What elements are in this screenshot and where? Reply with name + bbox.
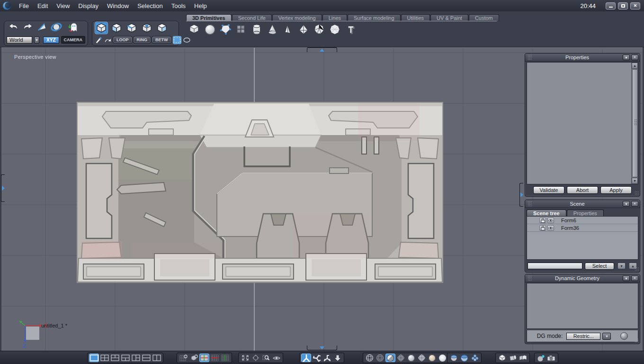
- cylinder-primitive-button[interactable]: [250, 22, 264, 36]
- scene-item-form36[interactable]: Form36: [527, 224, 638, 232]
- abort-button[interactable]: Abort: [567, 186, 598, 194]
- scene-item-form6[interactable]: Form6: [527, 217, 638, 224]
- layout-rows-button[interactable]: [141, 354, 151, 362]
- show-box-button[interactable]: [497, 354, 507, 362]
- tab-3d-primitives[interactable]: 3D Primitives: [186, 14, 232, 21]
- dg-menu-button[interactable]: ▼: [623, 275, 630, 281]
- paint-select-icon[interactable]: [95, 36, 102, 44]
- menu-display[interactable]: Display: [74, 2, 103, 9]
- tab-scene-properties[interactable]: Properties: [567, 209, 604, 216]
- drag-handle-icon[interactable]: [528, 201, 532, 207]
- layout-columns-button[interactable]: [152, 354, 161, 362]
- resize-grip-icon[interactable]: [635, 191, 639, 195]
- menu-help[interactable]: Help: [190, 2, 211, 9]
- collapse-handle-left[interactable]: [1, 174, 5, 202]
- tab-scene-tree[interactable]: Scene tree: [527, 209, 566, 216]
- drag-handle-icon[interactable]: [528, 275, 532, 281]
- diamond-primitive-button[interactable]: [296, 22, 311, 36]
- lighting-button[interactable]: [536, 354, 546, 362]
- grid-primitive-button[interactable]: [234, 22, 248, 36]
- properties-panel-titlebar[interactable]: Properties ▼ ✕: [525, 54, 640, 62]
- dg-preview-sphere-button[interactable]: [620, 332, 628, 340]
- loop-button[interactable]: LOOP: [113, 36, 132, 43]
- dg-close-button[interactable]: ✕: [631, 275, 638, 281]
- polyhedron-primitive-button[interactable]: [312, 22, 326, 36]
- collapse-handle-right[interactable]: [519, 183, 523, 207]
- pyramid-primitive-button[interactable]: [281, 22, 295, 36]
- tab-uv-paint[interactable]: UV & Paint: [430, 14, 468, 21]
- grow-select-icon[interactable]: [104, 36, 112, 44]
- grid-axes-button[interactable]: [199, 354, 209, 362]
- menu-file[interactable]: File: [15, 2, 33, 9]
- ghost-tool-icon[interactable]: [65, 22, 78, 34]
- scroll-thumb[interactable]: [632, 69, 638, 177]
- textured-mode-button[interactable]: [427, 354, 437, 362]
- dg-mode-dropdown-arrow[interactable]: ▼: [602, 333, 611, 340]
- scale-manipulator-button[interactable]: [322, 354, 332, 362]
- dg-panel-titlebar[interactable]: Dynamic Geometry ▼ ✕: [525, 274, 640, 282]
- text-primitive-button[interactable]: [343, 22, 358, 36]
- properties-close-button[interactable]: ✕: [631, 55, 638, 60]
- layout-bottom-split-button[interactable]: [120, 354, 130, 362]
- layout-top-split-button[interactable]: [110, 354, 120, 362]
- zoom-region-button[interactable]: [261, 354, 271, 362]
- tab-surface-modeling[interactable]: Surface modeling: [348, 14, 401, 21]
- select-edge-mode-button[interactable]: [125, 22, 138, 34]
- redo-button[interactable]: [22, 22, 34, 34]
- xyz-toggle-button[interactable]: XYZ: [43, 36, 59, 44]
- smoothing-on-button[interactable]: [459, 354, 469, 362]
- lasso-select-icon[interactable]: [183, 36, 191, 44]
- universal-manipulator-button[interactable]: [301, 354, 311, 362]
- properties-scrollbar[interactable]: ▲ ▼: [631, 63, 638, 184]
- sphere-primitive-button[interactable]: [203, 22, 217, 36]
- rotate-manipulator-button[interactable]: [312, 354, 322, 362]
- menu-selection[interactable]: Selection: [133, 2, 167, 9]
- undo-button[interactable]: [8, 22, 19, 34]
- orbit-tool-icon[interactable]: [51, 22, 62, 34]
- hidden-line-mode-button[interactable]: [375, 354, 385, 362]
- center-view-button[interactable]: [250, 354, 260, 362]
- select-button[interactable]: Select: [585, 263, 614, 270]
- tab-second-life[interactable]: Second Life: [232, 14, 272, 21]
- apply-button[interactable]: Apply: [600, 186, 632, 194]
- maximize-button[interactable]: [618, 2, 628, 9]
- menu-edit[interactable]: Edit: [33, 2, 52, 9]
- ghost-mode-button[interactable]: [438, 354, 447, 362]
- world-dropdown-arrow[interactable]: ▼: [34, 36, 39, 44]
- select-vertex-mode-button[interactable]: [140, 22, 153, 34]
- scene-menu-button[interactable]: ▼: [623, 201, 630, 207]
- ring-button[interactable]: RING: [134, 36, 151, 43]
- fit-view-button[interactable]: [240, 354, 250, 362]
- grid-horizontal-button[interactable]: [210, 354, 220, 362]
- properties-menu-button[interactable]: ▼: [623, 55, 630, 60]
- drag-handle-icon[interactable]: [528, 55, 532, 60]
- smoothing-off-button[interactable]: [449, 354, 459, 362]
- cone-primitive-button[interactable]: [265, 22, 279, 36]
- show-cylinder-button[interactable]: [508, 354, 518, 362]
- cube-primitive-button[interactable]: [187, 22, 201, 36]
- fan-tool-icon[interactable]: [37, 22, 47, 34]
- smoothing-range-button[interactable]: [470, 354, 480, 362]
- dg-mode-select[interactable]: Restric...: [566, 333, 600, 340]
- collapse-handle-top[interactable]: [307, 47, 337, 52]
- world-selector[interactable]: World: [7, 36, 32, 44]
- layout-quad-button[interactable]: [99, 354, 109, 362]
- flat-shaded-mode-button[interactable]: [385, 354, 395, 362]
- geosphere-primitive-button[interactable]: [328, 22, 342, 36]
- show-surfaces-button[interactable]: [518, 354, 528, 362]
- flatten-tool-button[interactable]: [332, 354, 342, 362]
- scroll-up-button[interactable]: ▲: [632, 63, 638, 69]
- select-object-mode-button[interactable]: [95, 22, 108, 34]
- scene-close-button[interactable]: ✕: [631, 201, 638, 207]
- collapse-handle-bottom[interactable]: [307, 346, 337, 350]
- select-face-mode-button[interactable]: [110, 22, 123, 34]
- smooth-shaded-mode-button[interactable]: [406, 354, 416, 362]
- menu-tools[interactable]: Tools: [167, 2, 190, 9]
- lock-icon[interactable]: [539, 225, 546, 231]
- smooth-wire-mode-button[interactable]: [417, 354, 427, 362]
- tab-utilities[interactable]: Utilities: [401, 14, 430, 21]
- tab-lines[interactable]: Lines: [322, 14, 347, 21]
- facet-primitive-button[interactable]: [218, 22, 233, 36]
- wireframe-mode-button[interactable]: [365, 354, 375, 362]
- visibility-eye-icon[interactable]: [547, 225, 554, 231]
